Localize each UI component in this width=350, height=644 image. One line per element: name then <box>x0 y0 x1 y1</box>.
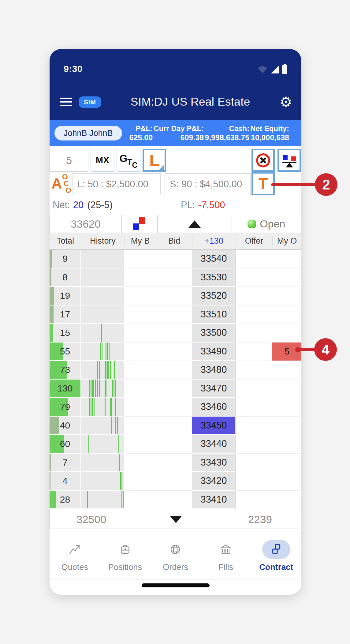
bid-cell[interactable] <box>156 472 192 491</box>
history-tick <box>93 380 94 398</box>
offer-cell[interactable] <box>236 305 272 324</box>
offer-cell[interactable] <box>236 361 272 380</box>
offer-cell[interactable] <box>236 380 272 398</box>
offer-cell[interactable] <box>236 324 272 343</box>
my-offer-cell[interactable] <box>272 435 301 454</box>
tab-fills[interactable]: Fills <box>201 536 251 580</box>
my-offer-cell[interactable] <box>272 250 301 268</box>
my-bid-cell[interactable] <box>124 380 156 398</box>
status-bar: 9:30 <box>64 62 287 75</box>
my-offer-cell[interactable] <box>272 380 301 398</box>
price-cell[interactable]: 33410 <box>192 491 236 509</box>
bid-cell[interactable] <box>156 305 192 324</box>
bid-cell[interactable] <box>156 398 192 417</box>
long-stop-field[interactable]: L: 50 : $2,500.00 <box>72 173 161 195</box>
price-cell[interactable]: 33500 <box>192 324 236 343</box>
offer-cell[interactable] <box>236 454 272 472</box>
account-selector[interactable]: JohnB JohnB <box>54 126 122 140</box>
my-offer-cell[interactable] <box>272 491 301 509</box>
gtc-button[interactable]: GTC <box>117 149 140 172</box>
bid-cell[interactable] <box>156 380 192 398</box>
my-offer-cell[interactable] <box>272 361 301 380</box>
my-offer-cell[interactable] <box>272 268 301 287</box>
price-cell[interactable]: 33440 <box>192 435 236 454</box>
my-bid-cell[interactable] <box>124 417 156 435</box>
my-bid-cell[interactable] <box>124 491 156 509</box>
offer-cell[interactable] <box>236 343 272 361</box>
aoco-button[interactable]: A O C O <box>51 174 71 195</box>
offer-cell[interactable] <box>236 417 272 435</box>
ladder-row: 2833410 <box>50 491 301 509</box>
offer-cell[interactable] <box>236 435 272 454</box>
bid-cell[interactable] <box>156 454 192 472</box>
low-price-cell[interactable]: 32500 <box>50 510 133 529</box>
my-bid-cell[interactable] <box>124 250 156 268</box>
scroll-up-button[interactable] <box>157 215 232 233</box>
bid-cell[interactable] <box>156 361 192 380</box>
offer-cell[interactable] <box>236 472 272 491</box>
my-bid-cell[interactable] <box>124 268 156 287</box>
offer-cell[interactable] <box>236 398 272 417</box>
bid-cell[interactable] <box>156 287 192 305</box>
my-bid-cell[interactable] <box>124 398 156 417</box>
offer-cell[interactable] <box>236 268 272 287</box>
bid-cell[interactable] <box>156 491 192 509</box>
tab-positions[interactable]: Positions <box>100 536 151 580</box>
offer-cell[interactable] <box>236 491 272 509</box>
volume-bar <box>50 268 51 286</box>
my-offer-cell[interactable] <box>272 324 301 343</box>
bid-cell[interactable] <box>156 435 192 454</box>
my-offer-cell[interactable] <box>272 417 301 435</box>
cancel-orders-button[interactable] <box>251 149 275 172</box>
my-offer-cell[interactable] <box>272 305 301 324</box>
tab-orders[interactable]: Orders <box>150 536 201 580</box>
my-bid-cell[interactable] <box>124 472 156 491</box>
tab-contract[interactable]: Contract <box>251 536 301 580</box>
volume-cell[interactable]: 2239 <box>219 510 301 529</box>
bid-cell[interactable] <box>156 324 192 343</box>
tab-quotes[interactable]: Quotes <box>50 536 100 580</box>
price-cell[interactable]: 33490 <box>192 343 236 361</box>
short-stop-field[interactable]: S: 90 : $4,500.00 <box>165 173 251 195</box>
my-bid-cell[interactable] <box>124 361 156 380</box>
my-bid-cell[interactable] <box>124 454 156 472</box>
my-bid-cell[interactable] <box>124 287 156 305</box>
settings-gear-icon[interactable]: ⚙ <box>280 95 292 109</box>
bid-cell[interactable] <box>156 250 192 268</box>
my-bid-cell[interactable] <box>124 305 156 324</box>
price-flags-button[interactable] <box>121 215 158 233</box>
price-cell[interactable]: 33510 <box>192 305 236 324</box>
my-offer-cell[interactable] <box>272 472 301 491</box>
price-cell[interactable]: 33450 <box>192 417 236 435</box>
mx-button[interactable]: MX <box>91 149 114 172</box>
last-price-cell[interactable]: 33620 <box>50 215 122 233</box>
menu-icon[interactable] <box>60 98 72 106</box>
home-indicator[interactable] <box>142 583 210 587</box>
bid-cell[interactable] <box>156 268 192 287</box>
my-offer-cell[interactable] <box>272 287 301 305</box>
bid-cell[interactable] <box>156 343 192 361</box>
price-cell[interactable]: 33470 <box>192 380 236 398</box>
offer-cell[interactable] <box>236 287 272 305</box>
my-offer-cell[interactable] <box>272 398 301 417</box>
bid-cell[interactable] <box>156 417 192 435</box>
history-tick <box>99 361 100 379</box>
market-status-cell[interactable]: Open <box>232 215 302 233</box>
flatten-balance-button[interactable] <box>277 149 301 172</box>
price-cell[interactable]: 33530 <box>192 268 236 287</box>
my-offer-cell[interactable] <box>272 454 301 472</box>
ladder-row: 933540 <box>50 250 301 268</box>
order-type-limit-button[interactable]: L <box>143 149 166 172</box>
price-cell[interactable]: 33520 <box>192 287 236 305</box>
scroll-down-button[interactable] <box>133 510 219 529</box>
my-bid-cell[interactable] <box>124 343 156 361</box>
offer-cell[interactable] <box>236 250 272 268</box>
price-cell[interactable]: 33460 <box>192 398 236 417</box>
price-cell[interactable]: 33480 <box>192 361 236 380</box>
price-cell[interactable]: 33540 <box>192 250 236 268</box>
price-cell[interactable]: 33420 <box>192 472 236 491</box>
my-bid-cell[interactable] <box>124 324 156 343</box>
my-bid-cell[interactable] <box>124 435 156 454</box>
price-cell[interactable]: 33430 <box>192 454 236 472</box>
quantity-field[interactable]: 5 <box>50 149 88 172</box>
